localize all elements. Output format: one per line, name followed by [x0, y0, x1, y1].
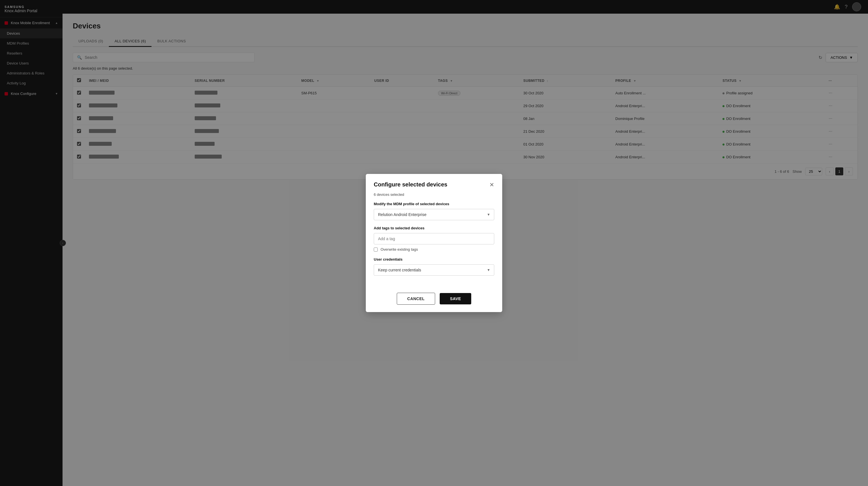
modal-overlay: Configure selected devices ✕ 6 devices s… — [0, 0, 868, 486]
overwrite-tags-row: Overwrite existing tags — [374, 247, 494, 251]
modal-close-button[interactable]: ✕ — [489, 182, 494, 188]
cancel-button[interactable]: CANCEL — [397, 293, 435, 305]
save-button[interactable]: SAVE — [440, 293, 471, 304]
credentials-select[interactable]: Keep current credentials Clear credentia… — [374, 264, 494, 276]
credentials-wrapper: Keep current credentials Clear credentia… — [374, 264, 494, 276]
configure-modal: Configure selected devices ✕ 6 devices s… — [366, 174, 502, 312]
mdm-profile-select[interactable]: Relution Android Enterprise Android Ente… — [374, 209, 494, 220]
tags-section-label: Add tags to selected devices — [374, 226, 494, 230]
modal-body: 6 devices selected Modify the MDM profil… — [366, 192, 502, 288]
modal-title: Configure selected devices — [374, 181, 447, 188]
mdm-section-label: Modify the MDM profile of selected devic… — [374, 202, 494, 206]
overwrite-tags-checkbox[interactable] — [374, 247, 378, 251]
mdm-profile-wrapper: Relution Android Enterprise Android Ente… — [374, 209, 494, 220]
modal-footer: CANCEL SAVE — [366, 288, 502, 312]
credentials-section-label: User credentials — [374, 257, 494, 262]
tag-input[interactable] — [374, 233, 494, 244]
modal-header: Configure selected devices ✕ — [366, 174, 502, 192]
modal-selected-count: 6 devices selected — [374, 192, 494, 197]
overwrite-tags-label[interactable]: Overwrite existing tags — [380, 247, 418, 251]
